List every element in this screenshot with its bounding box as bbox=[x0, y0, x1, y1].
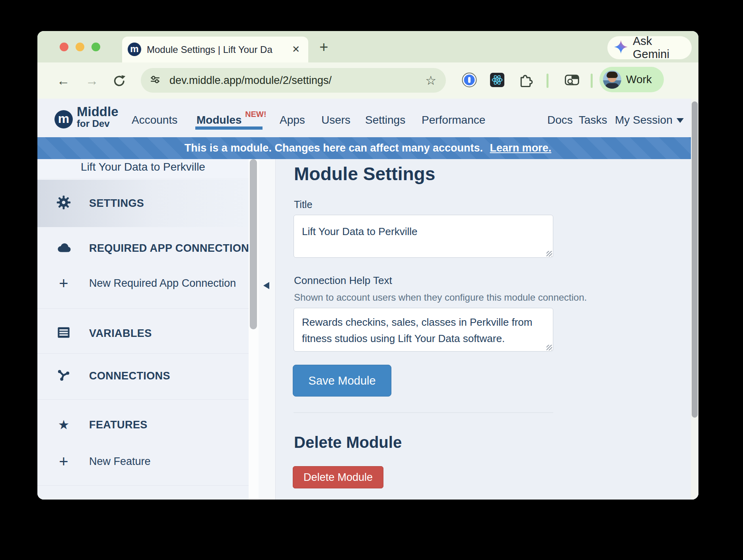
active-nav-underline bbox=[195, 126, 263, 130]
url-bar[interactable]: dev.middle.app/module/2/settings/ ☆ bbox=[141, 68, 446, 93]
resize-grip-icon[interactable] bbox=[547, 345, 552, 350]
screenshot-canvas: m Module Settings | Lift Your Da ✕ + Ask… bbox=[0, 0, 743, 560]
back-icon[interactable]: ← bbox=[55, 73, 71, 89]
cloud-icon bbox=[56, 241, 72, 255]
sidebar-item-workflows[interactable]: WORKFLOWS bbox=[37, 493, 249, 500]
sidebar-scrollbar-thumb[interactable] bbox=[250, 159, 257, 329]
page-body: Lift Your Data to Perkville bbox=[37, 159, 698, 500]
help-text-box: Rewards checkins, sales, classes in Perk… bbox=[294, 308, 553, 352]
delete-section-heading: Delete Module bbox=[294, 434, 402, 451]
variables-list-icon bbox=[56, 327, 72, 340]
module-settings-panel: Module Settings Title Lift Your Data to … bbox=[276, 159, 698, 500]
react-devtools-extension-icon[interactable] bbox=[489, 72, 505, 89]
sidebar-item-settings[interactable]: SETTINGS bbox=[37, 191, 249, 215]
save-module-button[interactable]: Save Module bbox=[293, 365, 391, 397]
gemini-sparkle-icon bbox=[614, 40, 628, 56]
reload-icon[interactable] bbox=[111, 73, 127, 89]
sidebar-divider bbox=[37, 308, 249, 309]
plus-icon: + bbox=[56, 455, 72, 467]
learn-more-link[interactable]: Learn more. bbox=[490, 142, 552, 154]
window-zoom-button[interactable] bbox=[91, 43, 100, 51]
sidebar-collapse-strip[interactable] bbox=[259, 159, 276, 500]
star-icon: ★ bbox=[56, 417, 72, 432]
window-minimize-button[interactable] bbox=[76, 43, 84, 51]
help-text-label: Connection Help Text bbox=[294, 274, 392, 287]
tab-title: Module Settings | Lift Your Da bbox=[147, 44, 286, 55]
ask-gemini-label: Ask Gemini bbox=[633, 35, 692, 61]
site-favicon: m bbox=[128, 43, 141, 56]
module-warning-banner: This is a module. Changes here can affec… bbox=[37, 137, 698, 159]
title-input[interactable]: Lift Your Data to Perkville bbox=[294, 215, 553, 257]
onepassword-extension-icon[interactable] bbox=[461, 72, 477, 89]
nav-item-tasks[interactable]: Tasks bbox=[579, 114, 607, 126]
ask-gemini-button[interactable]: Ask Gemini bbox=[607, 36, 692, 59]
toolbar-separator bbox=[591, 74, 593, 88]
profile-chip[interactable]: Work bbox=[599, 67, 664, 92]
sidebar-divider bbox=[37, 353, 249, 354]
help-text-input[interactable]: Rewards checkins, sales, classes in Perk… bbox=[294, 308, 553, 351]
collapse-arrow-icon[interactable] bbox=[263, 282, 269, 289]
nav-item-apps[interactable]: Apps bbox=[280, 114, 305, 126]
sidebar-divider bbox=[37, 399, 249, 400]
tab-search-icon[interactable] bbox=[564, 72, 580, 89]
nav-item-docs[interactable]: Docs bbox=[547, 114, 573, 126]
avatar bbox=[603, 70, 621, 89]
window-close-button[interactable] bbox=[60, 43, 68, 51]
extensions-puzzle-icon[interactable] bbox=[518, 72, 534, 89]
nav-item-my-session[interactable]: My Session bbox=[615, 114, 684, 126]
brand-subtitle: for Dev bbox=[77, 118, 110, 129]
sidebar-item-features[interactable]: ★ FEATURES bbox=[37, 413, 249, 437]
brand-name: Middle bbox=[77, 104, 119, 119]
sidebar-item-variables[interactable]: VARIABLES bbox=[37, 321, 249, 345]
nav-item-accounts[interactable]: Accounts bbox=[132, 114, 177, 126]
connections-network-icon bbox=[56, 368, 72, 383]
nav-item-settings[interactable]: Settings bbox=[365, 114, 405, 126]
nav-item-modules[interactable]: Modules NEW! bbox=[196, 114, 242, 126]
module-title: Lift Your Data to Perkville bbox=[37, 159, 249, 178]
middle-logo[interactable]: m bbox=[54, 110, 73, 128]
sidebar-item-connections[interactable]: CONNECTIONS bbox=[37, 364, 249, 388]
site-settings-icon[interactable] bbox=[150, 74, 161, 87]
sidebar-scrollbar-track[interactable] bbox=[249, 159, 259, 500]
page-title: Module Settings bbox=[294, 163, 435, 185]
app-navbar: m Middle for Dev Accounts Modules NEW! A… bbox=[37, 99, 698, 137]
tab-strip: m Module Settings | Lift Your Da ✕ + Ask… bbox=[37, 31, 698, 62]
chevron-down-icon bbox=[677, 118, 684, 123]
resize-grip-icon[interactable] bbox=[547, 251, 552, 257]
delete-module-button[interactable]: Delete Module bbox=[293, 466, 383, 488]
new-tab-button[interactable]: + bbox=[316, 40, 332, 56]
title-field-box: Lift Your Data to Perkville bbox=[294, 215, 553, 258]
url-text: dev.middle.app/module/2/settings/ bbox=[169, 74, 332, 87]
nav-item-performance[interactable]: Performance bbox=[422, 114, 485, 126]
toolbar-separator bbox=[547, 74, 548, 88]
browser-toolbar: ← → dev.middle.app/module/2/s bbox=[37, 62, 698, 99]
title-field-label: Title bbox=[294, 199, 312, 210]
sidebar-divider bbox=[37, 485, 249, 486]
browser-tab[interactable]: m Module Settings | Lift Your Da ✕ bbox=[122, 37, 308, 62]
sidebar-item-required-app-connections[interactable]: REQUIRED APP CONNECTIONS bbox=[37, 236, 249, 260]
page-scrollbar-thumb[interactable] bbox=[692, 101, 698, 418]
module-sidebar: Lift Your Data to Perkville bbox=[37, 159, 249, 500]
page-scrollbar-track[interactable] bbox=[691, 99, 698, 500]
gear-icon bbox=[56, 195, 72, 211]
banner-text: This is a module. Changes here can affec… bbox=[185, 142, 483, 154]
plus-icon: + bbox=[56, 277, 72, 289]
new-badge: NEW! bbox=[245, 110, 266, 119]
forward-icon[interactable]: → bbox=[84, 73, 100, 89]
nav-item-users[interactable]: Users bbox=[321, 114, 350, 126]
browser-window: m Module Settings | Lift Your Da ✕ + Ask… bbox=[37, 31, 698, 500]
sidebar-item-new-feature[interactable]: + New Feature bbox=[37, 449, 249, 473]
section-divider bbox=[294, 412, 553, 413]
bookmark-star-icon[interactable]: ☆ bbox=[425, 73, 436, 88]
sidebar-item-new-required-app-connection[interactable]: + New Required App Connection bbox=[37, 271, 249, 295]
profile-name: Work bbox=[626, 73, 652, 86]
tab-close-icon[interactable]: ✕ bbox=[290, 43, 302, 55]
help-text-hint: Shown to account users when they configu… bbox=[294, 292, 587, 303]
